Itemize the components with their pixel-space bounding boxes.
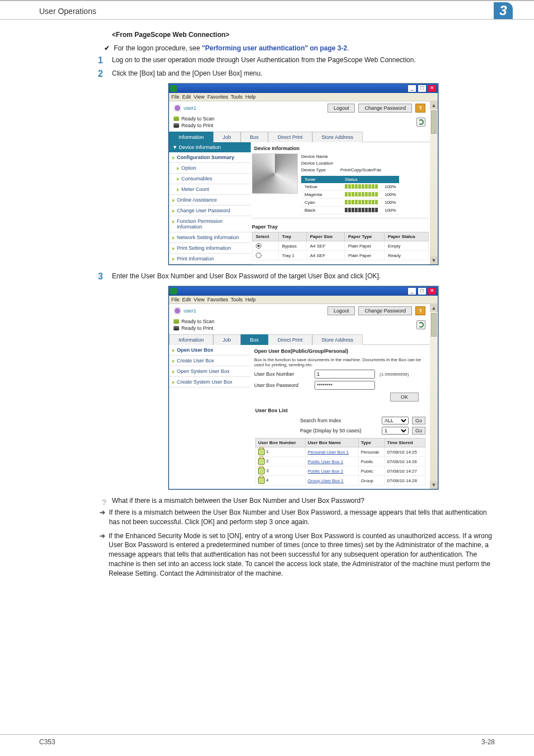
step-2-text: Click the [Box] tab and the [Open User B… [112, 69, 495, 78]
maximize-icon[interactable]: □ [418, 85, 427, 92]
step-3-text: Enter the User Box Number and User Box P… [112, 272, 495, 281]
userbox-list-table: User Box NumberUser Box NameTypeTime Sto… [255, 438, 425, 486]
tab-job[interactable]: Job [213, 132, 241, 142]
qa-answer-2: If the Enhanced Security Mode is set to … [109, 531, 495, 578]
userbox-list-header: User Box List [252, 403, 429, 416]
step-2-number: 2 [95, 69, 103, 79]
sidebar-item-printset[interactable]: Print Setting Information [169, 243, 251, 254]
minimize-icon[interactable]: _ [407, 287, 416, 295]
sidebar-item-consumables[interactable]: Consumables [169, 174, 251, 184]
xref-link[interactable]: "Performing user authentication" on page… [202, 44, 347, 52]
footer-pagenum: 3-28 [481, 738, 495, 746]
page-select[interactable]: 1 [382, 427, 409, 435]
arrow-icon: ➔ [100, 508, 106, 527]
note-line: ✔ For the logon procedure, see "Performi… [104, 44, 495, 52]
question-mark-icon: ? [100, 496, 109, 508]
arrow-icon: ➔ [100, 531, 105, 578]
open-desc: Box is the function to save documents in… [252, 356, 429, 368]
tab-store-address[interactable]: Store Address [312, 132, 363, 142]
screenshot-1: _ □ ✕ File Edit View Favorites Tools Hel… [168, 83, 438, 265]
sidebar-item-chpass[interactable]: Change User Password [169, 206, 251, 216]
minimize-icon[interactable]: _ [407, 85, 416, 92]
sidebar-item-funcperm[interactable]: Function Permission Information [169, 216, 251, 232]
paper-tray-table: SelectTrayPaper SizePaper TypePaper Stat… [252, 232, 429, 260]
sidebar-item-create-user-box[interactable]: Create User Box [169, 356, 251, 366]
close-icon[interactable]: ✕ [428, 85, 437, 92]
scanner-led-icon [174, 319, 179, 324]
tray-radio[interactable] [256, 253, 261, 258]
footer-model: C353 [39, 738, 55, 746]
user-icon [174, 307, 181, 315]
content-title: Device Information [252, 143, 429, 153]
step-1-number: 1 [95, 55, 103, 66]
section-title: <From PageScope Web Connection> [112, 31, 495, 39]
maximize-icon[interactable]: □ [418, 287, 427, 295]
tab-box[interactable]: Box [241, 334, 269, 345]
userbox-link[interactable]: Group User Box 1 [305, 476, 358, 486]
tab-direct-print[interactable]: Direct Print [268, 334, 312, 345]
userboxnum-hint: (1-999999999) [380, 372, 409, 377]
paper-tray-header: Paper Tray [252, 222, 429, 232]
lock-icon [258, 477, 265, 484]
browser-menu[interactable]: File Edit View Favorites Tools Help [169, 93, 438, 101]
printer-led-icon [174, 123, 179, 128]
lock-icon [258, 468, 265, 474]
tab-store-address[interactable]: Store Address [312, 334, 363, 345]
screenshot-2: _ □ ✕ File Edit View Favorites Tools Hel… [168, 286, 438, 489]
userbox-link[interactable]: Public User Box 1 [305, 457, 358, 466]
refresh-icon[interactable] [416, 118, 425, 127]
sidebar-item-open-user-box[interactable]: Open User Box [169, 345, 251, 356]
page-header-title: User Operations [39, 7, 494, 19]
sidebar-item-meter[interactable]: Meter Count [169, 184, 251, 195]
tab-job[interactable]: Job [213, 334, 241, 345]
ready-scan: Ready to Scan [181, 116, 214, 122]
userbox-link[interactable]: Personal User Box 1 [305, 447, 358, 457]
userboxnum-label: User Box Number [254, 371, 310, 377]
tray-radio[interactable] [256, 243, 261, 249]
step-1-text: Log on to the user operation mode throug… [112, 55, 495, 65]
sidebar-item-create-sys-box[interactable]: Create System User Box [169, 377, 251, 388]
close-icon[interactable]: ✕ [428, 287, 437, 295]
qa-question: What if there is a mismatch between the … [112, 496, 364, 508]
userbox-password-input[interactable] [315, 381, 375, 390]
app-icon [170, 288, 177, 295]
go-button[interactable]: Go [412, 427, 425, 435]
sidebar-item-open-sys-box[interactable]: Open System User Box [169, 366, 251, 377]
logout-button[interactable]: Logout [327, 306, 355, 315]
scanner-led-icon [174, 116, 179, 121]
chapter-number: 3 [494, 2, 513, 19]
qa-answer-1: If there is a mismatch between the User … [109, 508, 495, 527]
tab-information[interactable]: Information [169, 132, 213, 142]
userbox-number-input[interactable] [315, 370, 375, 379]
note-text-lead: For the logon procedure, see [114, 44, 202, 52]
sidebar-item-netset[interactable]: Network Setting Information [169, 232, 251, 243]
tab-direct-print[interactable]: Direct Print [268, 132, 312, 142]
tab-box[interactable]: Box [241, 132, 269, 142]
sidebar-h-device-info: ▼ Device Information [169, 142, 251, 152]
scrollbar[interactable]: ▲▼ [430, 304, 438, 489]
sidebar-item-option[interactable]: Option [169, 163, 251, 174]
sidebar-item-online[interactable]: Online Assistance [169, 195, 251, 206]
scrollbar[interactable]: ▲▼ [430, 101, 438, 264]
search-index-select[interactable]: ALL [382, 417, 409, 424]
tab-information[interactable]: Information [169, 334, 213, 345]
go-button[interactable]: Go [412, 417, 425, 424]
lock-icon [258, 449, 265, 455]
username: user1 [184, 105, 196, 111]
sidebar-item-config[interactable]: Configuration Summary [169, 152, 251, 163]
refresh-icon[interactable] [416, 320, 425, 329]
device-image [252, 153, 298, 194]
help-icon[interactable]: ? [415, 104, 425, 113]
userbox-link[interactable]: Public User Box 2 [305, 466, 358, 476]
change-password-button[interactable]: Change Password [358, 306, 412, 315]
browser-menu[interactable]: File Edit View Favorites Tools Help [169, 296, 438, 304]
ok-button[interactable]: OK [390, 393, 419, 402]
app-icon [170, 85, 177, 92]
content-title: Open User Box(Public/Group/Personal) [252, 346, 429, 356]
checkmark-icon: ✔ [104, 44, 112, 52]
sidebar-item-printinfo[interactable]: Print Information [169, 254, 251, 264]
help-icon[interactable]: ? [415, 306, 425, 315]
step-3-number: 3 [95, 272, 103, 282]
change-password-button[interactable]: Change Password [358, 104, 412, 113]
logout-button[interactable]: Logout [327, 104, 355, 113]
